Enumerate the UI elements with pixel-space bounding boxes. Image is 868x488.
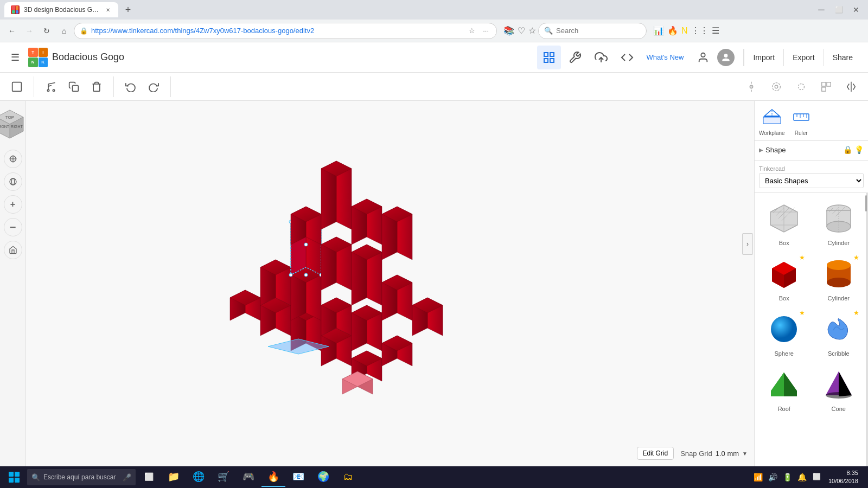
menu-icon[interactable]: ☰ — [712, 25, 719, 36]
home-view-button[interactable] — [4, 241, 22, 259]
select-button[interactable] — [7, 76, 27, 97]
taskbar-xbox[interactable]: 🎮 — [237, 467, 260, 487]
search-input[interactable] — [556, 27, 627, 35]
upload-button[interactable] — [589, 46, 613, 69]
snap-dropdown-icon[interactable]: ▼ — [742, 451, 748, 457]
refresh-button[interactable]: ↻ — [39, 23, 54, 38]
delete-button[interactable] — [86, 76, 107, 97]
ruler-tool-panel[interactable]: Ruler — [789, 105, 813, 136]
apps-icon[interactable]: ⋮⋮ — [691, 25, 709, 36]
notifications-action[interactable]: ⬜ — [810, 472, 823, 483]
maximize-button[interactable]: ⬜ — [831, 2, 846, 17]
close-button[interactable]: ✕ — [848, 2, 864, 17]
taskbar-search-box[interactable]: 🔍 Escribe aquí para buscar 🎤 — [27, 469, 136, 485]
shape-item-cyl-orange[interactable]: ★ Cylinder — [814, 253, 864, 304]
shape-expand-icon[interactable]: ▶ — [759, 147, 763, 153]
taskbar-edge[interactable]: 🌐 — [187, 467, 210, 487]
import-button[interactable]: Import — [744, 49, 783, 66]
zoom-in-button[interactable]: + — [4, 195, 22, 214]
whats-new-button[interactable]: What's New — [641, 50, 690, 65]
forward-button[interactable]: → — [22, 23, 37, 38]
cut-button[interactable] — [41, 76, 61, 97]
orbit-button[interactable] — [4, 172, 22, 191]
taskbar-clock[interactable]: 8:35 10/06/2018 — [825, 469, 861, 486]
avatar[interactable] — [717, 49, 735, 66]
hamburger-menu-button[interactable]: ☰ — [7, 49, 24, 66]
fire-icon[interactable]: 🔥 — [667, 25, 678, 36]
volume-icon[interactable]: 🔊 — [767, 472, 779, 483]
notification-bell[interactable]: 🔔 — [796, 472, 808, 483]
zoom-out-button[interactable]: − — [4, 218, 22, 236]
taskbar-chrome[interactable]: 🌍 — [311, 467, 335, 487]
canvas-area[interactable]: Edit Grid Snap Grid 1.0 mm ▼ — [26, 101, 754, 466]
flip-tool[interactable] — [841, 76, 861, 97]
shape-lock-button[interactable]: 🔒 — [843, 145, 852, 154]
taskbar-task-view[interactable]: ⬜ — [137, 467, 161, 487]
snap-value-button[interactable]: 1.0 mm — [716, 450, 739, 458]
taskbar-file-explorer[interactable]: 📁 — [162, 467, 186, 487]
network-icon[interactable]: 📶 — [752, 472, 764, 483]
taskbar-firefox[interactable]: 🔥 — [261, 467, 285, 487]
taskbar-mic-icon[interactable]: 🎤 — [123, 473, 131, 481]
shape-item-scribble[interactable]: ★ Scribble — [814, 308, 864, 359]
redo-button[interactable] — [143, 76, 164, 97]
star-icon[interactable]: ☆ — [528, 25, 536, 36]
shape-item-box-red[interactable]: ★ Box — [759, 253, 809, 304]
logo-n-cell: N — [28, 57, 38, 67]
shapes-grid: Box — [755, 193, 868, 419]
clock-time: 8:35 — [828, 469, 858, 477]
address-bar[interactable]: 🔒 https://www.tinkercad.com/things/4Zw7x… — [74, 23, 497, 39]
battery-icon[interactable]: 🔋 — [781, 472, 794, 483]
reading-list-icon[interactable]: 📚 — [503, 25, 514, 36]
bookmark-star[interactable]: ☆ — [467, 25, 477, 36]
minimize-button[interactable]: ─ — [814, 2, 829, 17]
search-bar[interactable]: 🔍 — [538, 23, 647, 39]
scrollbar-thumb[interactable] — [865, 195, 867, 211]
mirror-tool[interactable] — [791, 76, 812, 97]
panel-scroll-right[interactable]: › — [742, 233, 753, 255]
right-panel-tools: Workplane Ruler — [755, 101, 868, 141]
tab-favicon — [11, 5, 20, 14]
export-button[interactable]: Export — [783, 49, 823, 66]
basic-shapes-dropdown[interactable]: Basic Shapes — [759, 173, 864, 188]
workplane-tool[interactable] — [741, 76, 762, 97]
tools-button[interactable] — [563, 46, 587, 69]
shape-name-scribble: Scribble — [828, 350, 850, 357]
taskbar-folder[interactable]: 🗂 — [336, 467, 360, 487]
taskbar-mail[interactable]: 📧 — [286, 467, 310, 487]
undo-button[interactable] — [120, 76, 141, 97]
star-icon-scribble: ★ — [853, 309, 859, 317]
copy-button[interactable] — [63, 76, 84, 97]
code-button[interactable] — [615, 46, 639, 69]
tab-close-button[interactable]: ✕ — [104, 6, 112, 14]
shape-item-box-wire[interactable]: Box — [759, 197, 809, 248]
heart-save-icon[interactable]: ♡ — [518, 25, 525, 36]
edit-grid-button[interactable]: Edit Grid — [637, 447, 674, 460]
norton-icon[interactable]: N — [681, 26, 688, 36]
home-button[interactable]: ⌂ — [56, 23, 72, 38]
grid-view-button[interactable] — [537, 46, 561, 69]
share-button[interactable]: Share — [824, 49, 861, 66]
back-button[interactable]: ← — [4, 23, 20, 38]
windows-icon — [9, 472, 20, 483]
snap-tool[interactable] — [766, 76, 787, 97]
shape-item-sphere[interactable]: ★ — [759, 308, 809, 359]
workplane-tool-panel[interactable]: Workplane — [759, 105, 785, 136]
shape-light-button[interactable]: 💡 — [854, 145, 864, 154]
zoom-extents-button[interactable] — [4, 150, 22, 168]
start-button[interactable] — [2, 467, 26, 487]
user-profile-button[interactable] — [691, 46, 715, 69]
browser-extras: 📚 ♡ ☆ — [503, 25, 536, 36]
taskbar-store[interactable]: 🛒 — [212, 467, 235, 487]
extensions-icon[interactable]: 📊 — [653, 25, 664, 36]
align-tool[interactable] — [816, 76, 837, 97]
shape-item-roof[interactable]: Roof — [759, 363, 809, 414]
shape-item-cyl-wire[interactable]: Cylinder — [814, 197, 864, 248]
view-cube[interactable]: TOP RIGHT FRONT — [0, 107, 29, 145]
snap-grid-control: Snap Grid 1.0 mm ▼ — [680, 450, 748, 458]
shape-item-cone[interactable]: Cone — [814, 363, 864, 414]
star-icon-cyl: ★ — [853, 254, 859, 261]
browser-tab[interactable]: 3D design Bodacious Gogo | Ti... ✕ — [4, 2, 118, 17]
new-tab-button[interactable]: + — [120, 2, 136, 17]
address-menu[interactable]: ··· — [481, 25, 491, 36]
